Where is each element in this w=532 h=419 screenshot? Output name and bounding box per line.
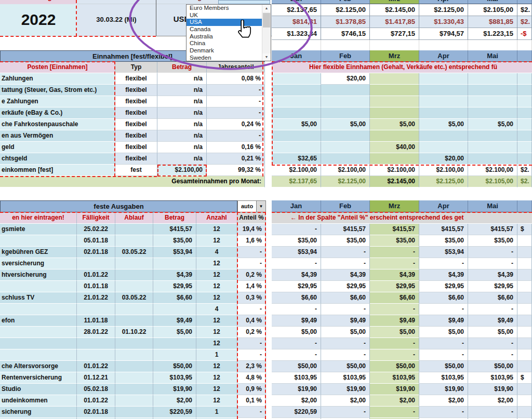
month-value-cell[interactable] xyxy=(370,153,419,165)
month-value-cell[interactable]: $19,90 xyxy=(370,384,419,395)
month-value-cell[interactable] xyxy=(370,96,419,107)
summary-cell[interactable]: $2.145,00 xyxy=(370,4,419,16)
month-value-cell[interactable] xyxy=(517,327,532,338)
summary-cell[interactable]: $1.417,85 xyxy=(370,16,419,28)
ausgaben-count[interactable]: 4 xyxy=(196,247,237,258)
month-value-cell[interactable] xyxy=(419,96,468,107)
month-value-cell[interactable]: - xyxy=(370,407,419,418)
ausgaben-due-date[interactable]: 01.01.22 xyxy=(77,395,115,407)
currency-combobox[interactable] xyxy=(218,0,270,4)
month-value-cell[interactable]: $2,00 xyxy=(419,395,468,407)
einnahmen-betrag[interactable]: n/a xyxy=(157,153,207,165)
ausgaben-label[interactable]: gsmiete xyxy=(0,224,77,235)
ausgaben-count[interactable]: 12 xyxy=(196,338,237,349)
einnahmen-betrag[interactable]: $2.100,00 xyxy=(157,165,207,176)
ausgaben-amount[interactable] xyxy=(153,338,196,349)
dropdown-item[interactable]: Sweden xyxy=(187,55,262,61)
ausgaben-label[interactable] xyxy=(0,235,77,247)
summary-cell[interactable]: $1.330,43 xyxy=(419,16,468,28)
ausgaben-share[interactable]: 1,6 % xyxy=(237,235,266,247)
month-value-cell[interactable] xyxy=(419,130,468,142)
month-value-cell[interactable] xyxy=(517,407,532,418)
month-value-cell[interactable] xyxy=(517,304,532,315)
month-value-cell[interactable]: $5,00 xyxy=(321,119,370,130)
month-value-cell[interactable]: - xyxy=(321,258,370,269)
ausgaben-share[interactable]: 0,1 % xyxy=(237,395,266,407)
einnahmen-anteil[interactable]: - xyxy=(207,85,265,96)
month-value-cell[interactable]: $2,00 xyxy=(370,395,419,407)
month-value-cell[interactable]: $19,90 xyxy=(321,384,370,395)
ausgaben-share[interactable]: 2,3 % xyxy=(237,361,266,372)
month-value-cell[interactable]: $4,39 xyxy=(370,269,419,281)
dropdown-item[interactable]: Denmark xyxy=(187,47,262,55)
month-value-cell[interactable] xyxy=(272,130,321,142)
einnahmen-betrag[interactable]: n/a xyxy=(157,130,207,142)
month-value-cell[interactable] xyxy=(321,85,370,96)
month-value-cell[interactable] xyxy=(419,107,468,119)
dropdown-item[interactable]: China xyxy=(187,40,262,47)
month-value-cell[interactable] xyxy=(321,153,370,165)
ausgaben-label[interactable]: kgebühren GEZ xyxy=(0,247,77,258)
ausgaben-end-date[interactable] xyxy=(115,395,153,407)
ausgaben-end-date[interactable] xyxy=(115,281,153,292)
ausgaben-due-date[interactable] xyxy=(77,304,115,315)
month-value-cell[interactable] xyxy=(517,269,532,281)
ausgaben-count[interactable]: 1 xyxy=(196,407,237,418)
month-value-cell[interactable]: $20,00 xyxy=(321,73,370,85)
ausgaben-due-date[interactable]: 01.01.18 xyxy=(77,281,115,292)
month-value-cell[interactable]: $ xyxy=(517,224,532,235)
month-value-cell[interactable]: $2,00 xyxy=(468,395,517,407)
ausgaben-end-date[interactable] xyxy=(115,304,153,315)
ausgaben-share[interactable]: 0,2 % xyxy=(237,269,266,281)
month-value-cell[interactable] xyxy=(468,107,517,119)
month-value-cell[interactable]: $5,00 xyxy=(321,327,370,338)
month-value-cell[interactable]: - xyxy=(272,338,321,349)
ausgaben-end-date[interactable] xyxy=(115,372,153,384)
auto-filter-value[interactable]: auto xyxy=(237,200,257,212)
empty-cell[interactable] xyxy=(321,40,370,50)
month-value-cell[interactable]: - xyxy=(321,304,370,315)
einnahmen-typ[interactable]: flexibel xyxy=(115,96,157,107)
month-header[interactable]: Apr xyxy=(419,50,468,62)
ausgaben-label[interactable]: sversicherung xyxy=(0,258,77,269)
ausgaben-share[interactable]: - xyxy=(237,304,266,315)
ausgaben-count[interactable]: 12 xyxy=(196,395,237,407)
month-value-cell[interactable]: $50,00 xyxy=(272,361,321,372)
ausgaben-count[interactable]: 12 xyxy=(196,384,237,395)
ausgaben-amount[interactable]: $6,60 xyxy=(153,292,196,304)
month-value-cell[interactable]: $20,00 xyxy=(419,153,468,165)
month-value-cell[interactable] xyxy=(517,247,532,258)
ausgaben-amount[interactable]: $9,49 xyxy=(153,315,196,327)
ausgaben-amount[interactable]: $2,00 xyxy=(153,395,196,407)
month-value-cell[interactable]: $103,95 xyxy=(272,372,321,384)
ausgaben-count[interactable]: 1 xyxy=(196,349,237,361)
month-value-cell[interactable]: - xyxy=(468,407,517,418)
ausgaben-count[interactable]: 12 xyxy=(196,258,237,269)
ausgaben-amount[interactable]: $19,90 xyxy=(153,384,196,395)
month-value-cell[interactable]: - xyxy=(370,247,419,258)
dropdown-item[interactable]: Canada xyxy=(187,26,262,33)
ausgaben-due-date[interactable] xyxy=(77,258,115,269)
ausgaben-count[interactable]: 12 xyxy=(196,269,237,281)
month-value-cell[interactable]: - xyxy=(370,349,419,361)
ausgaben-due-date[interactable]: 11.01.18 xyxy=(77,315,115,327)
month-value-cell[interactable]: $35,00 xyxy=(468,235,517,247)
ausgaben-amount[interactable] xyxy=(153,349,196,361)
ausgaben-count[interactable]: 4 xyxy=(196,304,237,315)
ausgaben-amount[interactable]: $415,57 xyxy=(153,224,196,235)
month-value-cell[interactable] xyxy=(321,130,370,142)
ausgaben-amount[interactable]: $103,95 xyxy=(153,372,196,384)
ausgaben-label[interactable]: efon xyxy=(0,315,77,327)
summary-cell[interactable]: $2.125,00 xyxy=(321,4,370,16)
empty-cell[interactable] xyxy=(468,40,517,50)
month-value-cell[interactable]: $6,60 xyxy=(321,292,370,304)
ausgaben-share[interactable]: 0,2 % xyxy=(237,327,266,338)
month-value-cell[interactable]: - xyxy=(468,247,517,258)
month-value-cell[interactable]: - xyxy=(468,258,517,269)
ausgaben-due-date[interactable]: 02.01.18 xyxy=(77,247,115,258)
scroll-up-icon[interactable]: ▲ xyxy=(262,5,271,12)
footer-total-cell[interactable]: $2.125,00 xyxy=(321,176,370,187)
month-value-cell[interactable] xyxy=(272,73,321,85)
column-header[interactable]: Fälligkeit xyxy=(77,212,115,224)
month-value-cell[interactable] xyxy=(517,281,532,292)
